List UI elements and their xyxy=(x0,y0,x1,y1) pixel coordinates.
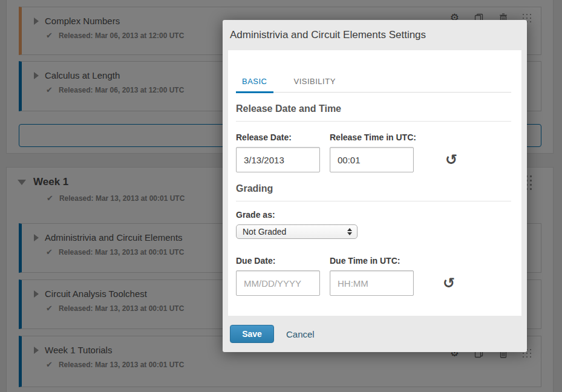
modal-header: Administrivia and Circuit Elements Setti… xyxy=(223,20,527,50)
grade-as-label: Grade as: xyxy=(236,210,511,220)
due-time-label: Due Time in UTC: xyxy=(330,256,414,266)
subsection-settings-modal: Administrivia and Circuit Elements Setti… xyxy=(223,20,527,352)
modal-footer: Save Cancel xyxy=(223,316,527,352)
due-date-label: Due Date: xyxy=(236,256,320,266)
due-fields-row: Due Date: Due Time in UTC: ↺ xyxy=(236,256,511,296)
release-date-input[interactable] xyxy=(236,147,320,172)
release-date-label: Release Date: xyxy=(236,132,320,142)
save-button[interactable]: Save xyxy=(230,325,274,343)
reset-release-icon[interactable]: ↺ xyxy=(445,151,457,169)
grade-as-selected-value: Not Graded xyxy=(243,227,347,237)
release-fields-row: Release Date: Release Time in UTC: ↺ xyxy=(236,132,511,172)
release-time-label: Release Time in UTC: xyxy=(330,132,416,142)
modal-body: BASIC VISIBILITY Release Date and Time R… xyxy=(228,50,521,316)
tabs-row: BASIC VISIBILITY xyxy=(236,77,511,93)
cancel-link[interactable]: Cancel xyxy=(286,329,315,339)
grade-as-select[interactable]: Not Graded xyxy=(236,224,358,239)
select-stepper-icon xyxy=(347,228,352,235)
release-section-heading: Release Date and Time xyxy=(236,103,511,122)
due-date-input[interactable] xyxy=(236,270,320,296)
release-time-input[interactable] xyxy=(330,147,414,172)
tab-visibility[interactable]: VISIBILITY xyxy=(288,77,342,93)
grading-section-heading: Grading xyxy=(236,183,511,201)
tab-basic[interactable]: BASIC xyxy=(236,77,273,93)
modal-title: Administrivia and Circuit Elements Setti… xyxy=(230,29,426,41)
due-time-input[interactable] xyxy=(330,270,414,296)
reset-due-icon[interactable]: ↺ xyxy=(443,274,455,292)
